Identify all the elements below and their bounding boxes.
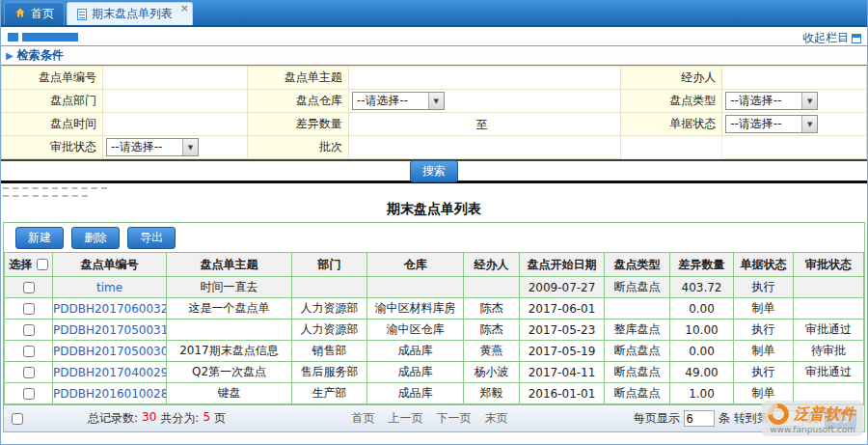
tab-inventory-list[interactable]: 期末盘点单列表 ×	[67, 2, 193, 25]
close-icon[interactable]: ×	[180, 3, 189, 14]
dropdown-selected-value: --请选择--	[726, 93, 785, 109]
field-cell: --请选择--▼	[722, 113, 867, 136]
list-toolbar: 新建 删除 导出	[4, 223, 864, 252]
row-code-cell: PDDBH2017050031	[53, 320, 167, 341]
last-page-link[interactable]: 末页	[484, 410, 507, 427]
search-button[interactable]: 搜索	[410, 160, 458, 182]
field-label: 差异数量	[247, 113, 348, 136]
cell-start-date: 2017-05-19	[520, 341, 605, 362]
field-cell: --请选择--▼	[722, 90, 867, 113]
row-code-cell: PDDBH2017050030	[53, 341, 167, 362]
cell-warehouse: 渝中区仓库	[367, 320, 464, 341]
select-all-checkbox[interactable]	[37, 259, 48, 270]
row-code-cell: PDDBH2016010028	[53, 383, 167, 404]
chevron-down-icon: ▼	[801, 93, 817, 109]
search-field-input[interactable]	[725, 70, 863, 87]
cell-dept: 人力资源部	[292, 298, 367, 320]
row-checkbox[interactable]	[23, 367, 35, 378]
table-row: PDDBH2017040029Q2第一次盘点售后服务部成品库杨小波2017-04…	[5, 362, 864, 383]
cell-operator: 黄燕	[464, 341, 520, 362]
row-select-cell	[5, 362, 53, 383]
search-section-title: 检索条件	[17, 47, 64, 64]
per-page-input[interactable]	[684, 410, 715, 427]
delete-button[interactable]: 删除	[71, 227, 120, 249]
tab-label: 期末盘点单列表	[92, 6, 173, 22]
search-field-input[interactable]	[352, 70, 617, 87]
inventory-code-link[interactable]: PDDBH2017040029	[53, 366, 167, 379]
cell-warehouse: 成品库	[367, 383, 464, 404]
field-cell	[722, 67, 867, 90]
search-field-input[interactable]	[106, 116, 244, 133]
inventory-code-link[interactable]: time	[96, 281, 122, 294]
pagination-bar: 总记录数: 30 共分为: 5 页 首页 上一页 下一页 末页 每页显示 条 转…	[4, 404, 864, 431]
cell-diff-qty: 0.00	[670, 341, 734, 362]
inventory-code-link[interactable]: PDDBH2017050031	[53, 323, 167, 337]
search-section-header: ▶ 检索条件	[1, 46, 867, 66]
inventory-code-link[interactable]: PDDBH2017050030	[53, 345, 167, 358]
search-field-input[interactable]	[106, 70, 244, 87]
row-checkbox[interactable]	[23, 282, 35, 293]
cell-operator: 杨小波	[464, 362, 520, 383]
list-body: time时间一直去2009-07-27断点盘点403.72执行PDDBH2017…	[5, 277, 864, 404]
dropdown-select[interactable]: --请选择--▼	[725, 92, 818, 110]
go-button[interactable]: GO	[825, 409, 856, 429]
row-select-cell	[5, 298, 53, 320]
row-checkbox[interactable]	[23, 303, 35, 315]
field-label: 单据状态	[621, 113, 722, 136]
range-from-input[interactable]	[352, 116, 464, 133]
cell-type: 断点盘点	[605, 383, 670, 404]
collapse-columns-label: 收起栏目	[802, 30, 849, 46]
new-button[interactable]: 新建	[15, 227, 64, 249]
pager-checkbox[interactable]	[12, 413, 23, 425]
total-records-value: 30	[142, 410, 156, 427]
tab-home[interactable]: 首页	[4, 2, 65, 25]
prev-page-link[interactable]: 上一页	[388, 410, 422, 427]
per-page-suffix: 条	[719, 410, 730, 427]
cell-warehouse	[367, 277, 464, 298]
row-checkbox[interactable]	[23, 388, 35, 400]
search-field-input[interactable]	[106, 93, 244, 110]
dropdown-select[interactable]: --请选择--▼	[725, 115, 818, 133]
expand-arrow-icon: ▶	[6, 50, 14, 61]
row-checkbox[interactable]	[23, 346, 35, 357]
export-button[interactable]: 导出	[127, 227, 176, 249]
decoration-bar	[8, 33, 18, 42]
dropdown-select[interactable]: --请选择--▼	[352, 92, 445, 110]
field-cell	[722, 136, 867, 159]
field-cell	[103, 90, 248, 113]
dashed-divider	[3, 187, 107, 189]
field-label: 盘点单编号	[2, 67, 103, 90]
inventory-code-link[interactable]: PDDBH2017060032	[53, 302, 167, 316]
field-cell	[103, 113, 248, 136]
dropdown-selected-value: --请选择--	[726, 116, 785, 132]
page-size-controls: 每页显示 条 转到第 页 GO	[634, 409, 856, 429]
column-header-label: 盘点单编号	[81, 258, 139, 271]
column-header-label: 差异数量	[679, 258, 725, 271]
cell-dept: 生产部	[292, 383, 367, 404]
range-to-input[interactable]	[501, 116, 612, 133]
cell-dept: 售后服务部	[292, 362, 367, 383]
next-page-link[interactable]: 下一页	[436, 410, 471, 427]
field-cell: 至	[348, 113, 620, 136]
cell-approve-status: 审批通过	[794, 320, 864, 341]
row-checkbox[interactable]	[23, 324, 35, 336]
cell-dept: 人力资源部	[292, 320, 367, 341]
table-row: PDDBH2016010028键盘生产部成品库郑毅2016-01-01断点盘点1…	[5, 383, 864, 404]
cell-approve-status: 待审批	[794, 341, 864, 362]
toolbar-strip: 收起栏目	[1, 27, 867, 46]
app-window: 首页 期末盘点单列表 × 收起栏目 ▶ 检索条件 盘点单编号盘点单主题经办人盘点…	[0, 0, 868, 445]
column-header: 单据状态	[734, 253, 794, 277]
row-code-cell: PDDBH2017060032	[53, 298, 167, 320]
goto-page-input[interactable]	[773, 410, 803, 427]
column-header: 盘点开始日期	[520, 253, 605, 277]
inventory-code-link[interactable]: PDDBH2016010028	[53, 387, 167, 401]
dropdown-select[interactable]: --请选择--▼	[106, 138, 199, 156]
collapse-columns-link[interactable]: 收起栏目	[802, 30, 861, 46]
cell-start-date: 2017-06-01	[520, 298, 605, 320]
tab-bar: 首页 期末盘点单列表 ×	[1, 0, 867, 27]
dashed-divider	[3, 195, 88, 197]
search-field-input[interactable]	[352, 139, 617, 156]
first-page-link[interactable]: 首页	[351, 410, 374, 427]
cell-type: 断点盘点	[605, 362, 670, 383]
search-button-row: 搜索	[1, 159, 867, 183]
